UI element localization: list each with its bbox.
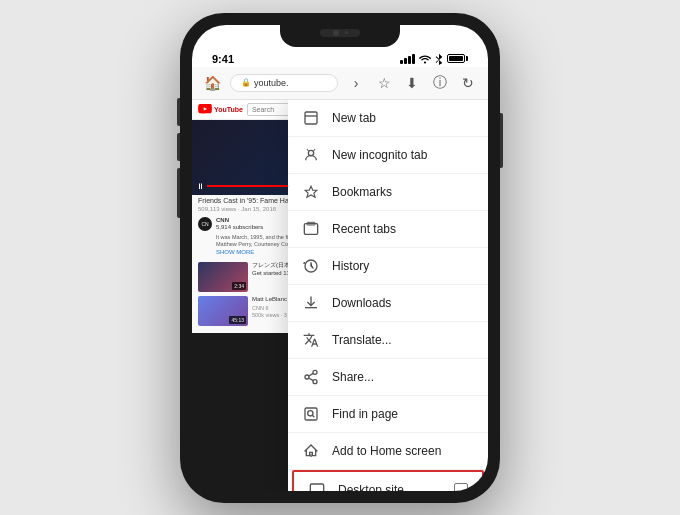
new-tab-icon — [302, 109, 320, 127]
desktop-site-icon — [308, 481, 326, 491]
youtube-logo-icon — [198, 104, 212, 114]
svg-point-8 — [305, 375, 309, 379]
signal-icon — [400, 54, 415, 64]
status-time: 9:41 — [212, 53, 234, 65]
add-home-icon — [302, 442, 320, 460]
thumb-2-duration: 45:13 — [229, 316, 246, 324]
svg-line-11 — [309, 373, 314, 376]
share-label: Share... — [332, 370, 474, 384]
address-bar[interactable]: 🔒 youtube. — [230, 74, 338, 92]
youtube-text: YouTube — [214, 106, 243, 113]
wifi-icon — [419, 54, 431, 64]
notch — [280, 25, 400, 47]
vol-button-3 — [177, 168, 180, 218]
menu-item-add-home[interactable]: Add to Home screen — [288, 433, 488, 470]
info-icon[interactable]: ⓘ — [428, 71, 452, 95]
home-icon[interactable]: 🏠 — [200, 71, 224, 95]
translate-label: Translate... — [332, 333, 474, 347]
history-label: History — [332, 259, 474, 273]
menu-item-incognito[interactable]: New incognito tab — [288, 137, 488, 174]
bookmark-icon[interactable]: ☆ — [372, 71, 396, 95]
menu-item-new-tab[interactable]: New tab — [288, 100, 488, 137]
thumb-1-duration: 2:34 — [232, 282, 246, 290]
thumb-1: 2:34 — [198, 262, 248, 292]
refresh-icon[interactable]: ↻ — [456, 71, 480, 95]
nav-actions: › ☆ ⬇ ⓘ ↻ — [344, 71, 480, 95]
status-icons — [400, 53, 468, 65]
power-button — [500, 113, 503, 168]
vol-button-2 — [177, 133, 180, 161]
bluetooth-icon — [435, 53, 443, 65]
downloads-label: Downloads — [332, 296, 474, 310]
svg-point-7 — [313, 370, 317, 374]
svg-point-13 — [308, 410, 313, 415]
phone-frame: 9:41 — [180, 13, 500, 503]
thumb-2: 45:13 — [198, 296, 248, 326]
vol-button-1 — [177, 98, 180, 126]
svg-rect-0 — [305, 112, 317, 124]
url-text: youtube. — [254, 78, 289, 88]
svg-rect-16 — [310, 484, 323, 491]
context-menu: New tab New incognito tab Bookmarks — [288, 100, 488, 491]
download-icon[interactable]: ⬇ — [400, 71, 424, 95]
recent-tabs-icon — [302, 220, 320, 238]
channel-avatar: CN — [198, 217, 212, 231]
menu-item-history[interactable]: History — [288, 248, 488, 285]
desktop-site-label: Desktop site — [338, 483, 442, 491]
share-icon — [302, 368, 320, 386]
menu-item-translate[interactable]: Translate... — [288, 322, 488, 359]
svg-marker-3 — [305, 186, 317, 197]
svg-point-2 — [308, 150, 313, 155]
battery-icon — [447, 54, 468, 63]
incognito-icon — [302, 146, 320, 164]
phone-screen: 9:41 — [192, 25, 488, 491]
desktop-site-checkbox[interactable] — [454, 483, 468, 491]
menu-item-desktop-site[interactable]: Desktop site — [292, 470, 484, 491]
bookmarks-label: Bookmarks — [332, 185, 474, 199]
browser-content: YouTube ☰ Oprah ⏸ 0:06 / 2:19 — [192, 100, 488, 491]
add-home-label: Add to Home screen — [332, 444, 474, 458]
incognito-label: New incognito tab — [332, 148, 474, 162]
svg-line-10 — [309, 378, 314, 381]
menu-item-downloads[interactable]: Downloads — [288, 285, 488, 322]
recent-tabs-label: Recent tabs — [332, 222, 474, 236]
find-in-page-label: Find in page — [332, 407, 474, 421]
menu-item-share[interactable]: Share... — [288, 359, 488, 396]
bookmarks-icon — [302, 183, 320, 201]
browser-nav-bar: 🏠 🔒 youtube. › ☆ ⬇ ⓘ ↻ — [192, 67, 488, 100]
svg-rect-12 — [305, 408, 317, 420]
menu-item-recent-tabs[interactable]: Recent tabs — [288, 211, 488, 248]
back-icon[interactable]: › — [344, 71, 368, 95]
translate-icon — [302, 331, 320, 349]
downloads-icon — [302, 294, 320, 312]
svg-point-9 — [313, 379, 317, 383]
new-tab-label: New tab — [332, 111, 474, 125]
history-icon — [302, 257, 320, 275]
svg-line-14 — [312, 415, 314, 417]
menu-item-bookmarks[interactable]: Bookmarks — [288, 174, 488, 211]
find-in-page-icon — [302, 405, 320, 423]
menu-item-find-in-page[interactable]: Find in page — [288, 396, 488, 433]
play-icon[interactable]: ⏸ — [196, 182, 204, 191]
